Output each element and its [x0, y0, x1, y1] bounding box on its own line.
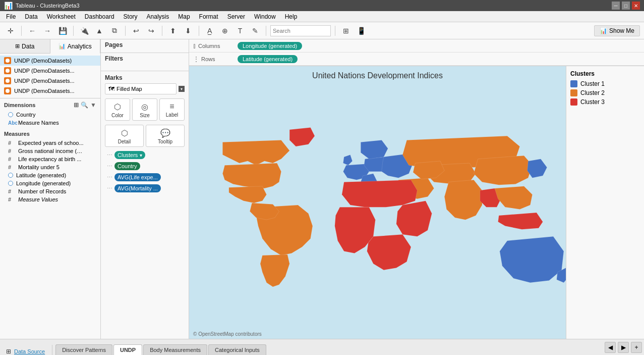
menu-dashboard[interactable]: Dashboard: [81, 12, 119, 21]
sheet-header: ⫿ Columns Longitude (generated) ⋮ Rows L…: [189, 39, 644, 66]
toolbar-crosshair[interactable]: ✛: [4, 24, 17, 37]
tab-icon-add[interactable]: +: [631, 342, 642, 353]
data-source-link[interactable]: Data Source: [14, 348, 45, 354]
field-measure-values[interactable]: # Measure Values: [0, 195, 100, 204]
window-title: Tableau - ClusteringBeta3: [16, 3, 80, 9]
toolbar-redo[interactable]: ↪: [145, 24, 158, 37]
pill-country[interactable]: Country: [114, 162, 140, 170]
marks-label-btn[interactable]: ≡ Label: [159, 98, 185, 121]
bottom-tab-discover[interactable]: Discover Patterns: [55, 344, 112, 355]
rows-pill-latitude[interactable]: Latitude (generated): [238, 55, 298, 63]
marks-size-btn[interactable]: ◎ Size: [132, 98, 157, 121]
close-button[interactable]: ✕: [632, 2, 640, 10]
pill-life-exp[interactable]: AVG(Life expe...: [114, 173, 161, 181]
toolbar-device[interactable]: 📱: [355, 24, 368, 37]
field-longitude-label: Longitude (generated): [16, 180, 71, 186]
search-input[interactable]: [270, 25, 331, 36]
field-gross-national[interactable]: # Gross national income (…: [0, 147, 100, 155]
life-expectancy-hash-icon: #: [8, 156, 15, 162]
datasource-item-0[interactable]: UNDP (DemoDatasets): [0, 56, 100, 66]
field-longitude[interactable]: Longitude (generated): [0, 179, 100, 187]
bottom-tab-body[interactable]: Body Measurements: [143, 344, 207, 355]
toolbar-back[interactable]: ←: [26, 24, 39, 37]
menu-server[interactable]: Server: [223, 12, 249, 21]
toolbar-highlight[interactable]: A̲: [203, 24, 216, 37]
menu-map[interactable]: Map: [174, 12, 194, 21]
rows-icon: ⋮: [193, 56, 199, 63]
map-container[interactable]: United Nations Development Indices: [189, 66, 566, 339]
pill-clusters[interactable]: Clusters ▾: [114, 151, 145, 159]
show-me-button[interactable]: 📊 Show Me: [594, 25, 640, 36]
menu-window[interactable]: Window: [250, 12, 280, 21]
toolbar-group[interactable]: ⊕: [218, 24, 231, 37]
toolbar-sep-2: [73, 26, 74, 36]
toolbar-connect[interactable]: ▲: [93, 24, 106, 37]
toolbar-duplicate[interactable]: ⧉: [108, 24, 121, 37]
north-africa-path: [342, 180, 417, 207]
legend-label-cluster2: Cluster 2: [580, 89, 605, 96]
field-country[interactable]: Country: [0, 111, 100, 119]
minimize-button[interactable]: ─: [612, 2, 620, 10]
legend-item-cluster2: Cluster 2: [570, 89, 640, 96]
dimensions-more-icon[interactable]: ▼: [90, 102, 96, 109]
marks-detail-btn[interactable]: ⬡ Detail: [105, 125, 144, 147]
tab-analytics[interactable]: 📊 Analytics: [50, 39, 101, 54]
marks-type-dropdown[interactable]: 🗺 Filled Map: [105, 83, 177, 94]
toolbar-label[interactable]: T: [233, 24, 247, 37]
dimensions-search-icon[interactable]: 🔍: [81, 102, 88, 109]
field-latitude[interactable]: Latitude (generated): [0, 171, 100, 179]
data-sources-list: UNDP (DemoDatasets) UNDP (DemoDatasets..…: [0, 54, 100, 98]
toolbar-sort-asc[interactable]: ⬆: [166, 24, 180, 37]
rows-label-container: ⋮ Rows: [193, 56, 233, 63]
toolbar-undo[interactable]: ↩: [130, 24, 143, 37]
toolbar-annotation[interactable]: ✎: [249, 24, 262, 37]
menu-analysis[interactable]: Analysis: [143, 12, 173, 21]
menu-worksheet[interactable]: Worksheet: [43, 12, 80, 21]
dimensions-grid-icon[interactable]: ⊞: [74, 102, 79, 109]
toolbar-present[interactable]: ⊞: [339, 24, 353, 37]
field-life-expectancy[interactable]: # Life expectancy at birth ...: [0, 155, 100, 163]
marks-color-btn[interactable]: ⬡ Color: [105, 98, 130, 121]
measures-section: Measures # Expected years of schoo... # …: [0, 128, 100, 205]
marks-type-chevron[interactable]: ▾: [179, 86, 185, 92]
menu-story[interactable]: Story: [120, 12, 142, 21]
field-mortality[interactable]: # Mortality under 5: [0, 163, 100, 171]
maximize-button[interactable]: □: [622, 2, 630, 10]
bottom-tab-undp[interactable]: UNDP: [113, 344, 142, 355]
rows-shelf: ⋮ Rows Latitude (generated): [189, 53, 644, 66]
detail-icon: ⬡: [121, 128, 128, 138]
toolbar-new-datasource[interactable]: 🔌: [78, 24, 91, 37]
pill-life-exp-label: AVG(Life expe...: [118, 174, 158, 180]
menu-format[interactable]: Format: [195, 12, 222, 21]
field-life-expectancy-label: Life expectancy at birth ...: [18, 156, 81, 162]
field-expected-years[interactable]: # Expected years of schoo...: [0, 139, 100, 147]
datasource-item-3[interactable]: UNDP (DemoDatasets...: [0, 86, 100, 96]
marks-type-label: Filled Map: [116, 86, 142, 92]
field-num-records[interactable]: # Number of Records: [0, 187, 100, 195]
pill-mortality[interactable]: AVG(Mortality ...: [114, 184, 161, 192]
dimensions-header[interactable]: Dimensions ⊞ 🔍 ▼: [0, 99, 100, 111]
bottom-tab-categorical[interactable]: Categorical Inputs: [208, 344, 266, 355]
tab-icon-next[interactable]: ▶: [618, 342, 629, 353]
marks-section: Marks 🗺 Filled Map ▾ ⬡ Color ◎ Size: [101, 71, 189, 339]
svg-point-3: [6, 89, 10, 93]
app-icon: 📊: [4, 2, 13, 10]
menu-bar: File Data Worksheet Dashboard Story Anal…: [0, 11, 644, 22]
tab-icon-prev[interactable]: ◀: [605, 342, 616, 353]
columns-pill-longitude[interactable]: Longitude (generated): [238, 42, 302, 50]
field-measure-names[interactable]: Abc Measure Names: [0, 119, 100, 127]
data-source-bar: ⊞ Data Source: [2, 348, 49, 355]
menu-file[interactable]: File: [2, 12, 20, 21]
datasource-item-1[interactable]: UNDP (DemoDatasets...: [0, 66, 100, 76]
measures-header[interactable]: Measures: [0, 129, 100, 139]
dimensions-label: Dimensions: [4, 102, 35, 108]
pages-title: Pages: [105, 41, 185, 48]
menu-help[interactable]: Help: [281, 12, 302, 21]
toolbar-save[interactable]: 💾: [56, 24, 69, 37]
tab-data[interactable]: ⊞ Data: [0, 39, 50, 53]
marks-tooltip-btn[interactable]: 💬 Tooltip: [146, 125, 185, 147]
datasource-item-2[interactable]: UNDP (DemoDatasets...: [0, 76, 100, 86]
menu-data[interactable]: Data: [21, 12, 41, 21]
toolbar-sort-desc[interactable]: ⬇: [182, 24, 195, 37]
toolbar-forward[interactable]: →: [41, 24, 54, 37]
